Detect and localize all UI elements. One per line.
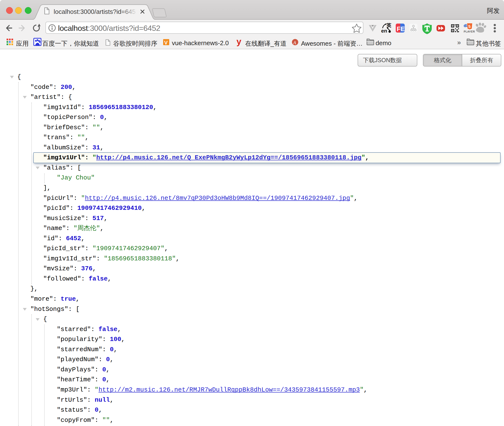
svg-text:»: » — [457, 39, 461, 46]
svg-text:F: F — [397, 25, 401, 33]
svg-text:PLAYER: PLAYER — [464, 30, 475, 33]
svg-text:V: V — [164, 40, 168, 46]
svg-text:y: y — [236, 36, 241, 46]
svg-text:5: 5 — [468, 24, 470, 29]
svg-text:E: E — [401, 25, 405, 33]
svg-text:en: en — [381, 28, 387, 34]
svg-text:A: A — [293, 40, 296, 45]
